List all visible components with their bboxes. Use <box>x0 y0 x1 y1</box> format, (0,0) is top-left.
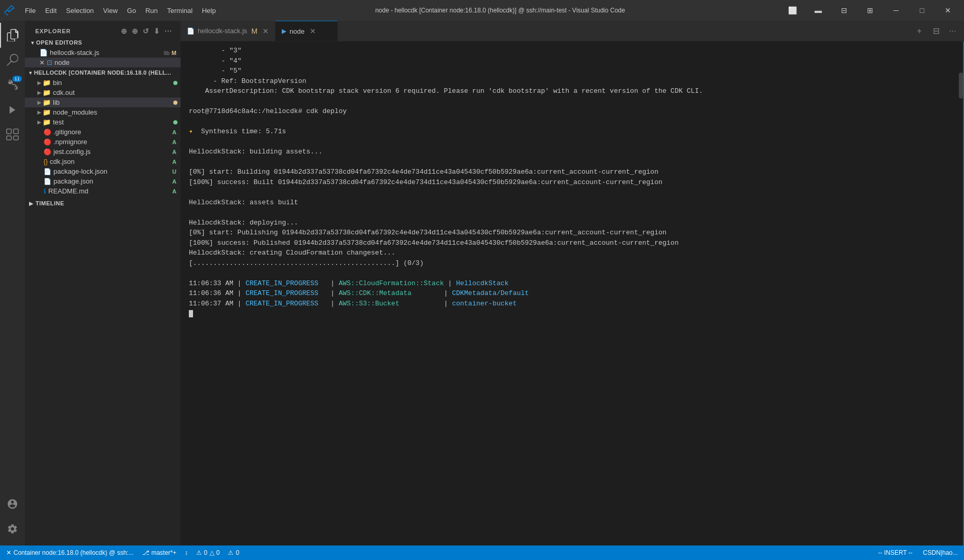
folder-lib[interactable]: ▶ 📁 lib <box>25 97 181 107</box>
tab-hellocdk-stack[interactable]: 📄 hellocdk-stack.js M ✕ <box>181 21 276 41</box>
timeline-section[interactable]: ▶ TIMELINE <box>25 198 181 208</box>
menu-bar: File Edit Selection View Go Run Terminal… <box>21 5 220 17</box>
more-options-icon[interactable]: ··· <box>164 27 172 35</box>
file-jest-config[interactable]: 🔴 jest.config.js A <box>25 147 181 157</box>
more-tabs-btn[interactable]: ··· <box>945 24 960 38</box>
activity-bar-bottom <box>0 492 25 545</box>
warning-icon: △ <box>210 549 214 556</box>
menu-go[interactable]: Go <box>123 5 140 17</box>
terminal-cursor-line <box>189 309 948 319</box>
file-package-lock[interactable]: 📄 package-lock.json U <box>25 166 181 176</box>
terminal-cfn-2: 11:06:36 AM | CREATE_IN_PROGRESS | AWS::… <box>189 288 948 299</box>
menu-terminal[interactable]: Terminal <box>163 5 197 17</box>
title-bar-controls: ⬜ ▬ ⊟ ⊞ ─ □ ✕ <box>780 0 960 21</box>
modified-badge: M <box>172 50 176 56</box>
jestconfig-badge: A <box>172 149 176 155</box>
file-package-json[interactable]: 📄 package.json A <box>25 176 181 186</box>
scrollbar-track[interactable] <box>957 41 964 545</box>
timeline-chevron: ▶ <box>29 201 34 206</box>
terminal-synthesis: ✦ Synthesis time: 5.71s <box>189 127 948 137</box>
menu-selection[interactable]: Selection <box>62 5 98 17</box>
split-editor-btn[interactable]: ⊟ <box>929 24 943 38</box>
remote-icon: ✕ <box>6 549 11 556</box>
terminal-line <box>189 268 948 278</box>
status-sync[interactable]: ↕ <box>183 549 190 556</box>
folder-test[interactable]: ▶ 📁 test <box>25 117 181 127</box>
tab-node[interactable]: ▶ node ✕ <box>276 21 338 41</box>
activity-item-accounts[interactable] <box>0 492 25 516</box>
jestconfig-icon: 🔴 <box>44 148 51 156</box>
layout-toggle-btn[interactable]: ⬜ <box>780 0 804 21</box>
status-csdn[interactable]: CSDN|hao... <box>921 549 960 556</box>
expand-icon: ▶ <box>37 119 42 125</box>
panel-btn[interactable]: ⊟ <box>832 0 856 21</box>
expand-icon: ▶ <box>37 90 42 95</box>
error-icon: ⚠ <box>196 549 202 556</box>
open-editors-section[interactable]: ▾ OPEN EDITORS <box>25 37 181 48</box>
folder-node-modules[interactable]: ▶ 📁 node_modules <box>25 107 181 117</box>
status-branch[interactable]: ⎇ master*+ <box>140 549 178 556</box>
expand-icon: ▶ <box>37 109 42 115</box>
modified-dot: M <box>251 27 257 35</box>
maximize-btn[interactable]: □ <box>910 0 934 21</box>
file-npmignore[interactable]: 🔴 .npmignore A <box>25 137 181 147</box>
split-editor-btn[interactable]: ▬ <box>806 0 830 21</box>
menu-edit[interactable]: Edit <box>41 5 61 17</box>
sidebar-section: ▾ OPEN EDITORS 📄 hellocdk-stack.js lib M… <box>25 37 181 545</box>
menu-help[interactable]: Help <box>198 5 220 17</box>
close-btn[interactable]: ✕ <box>936 0 960 21</box>
status-info[interactable]: ⚠ 0 <box>226 549 241 556</box>
editor-area: 📄 hellocdk-stack.js M ✕ ▶ node ✕ + ⊟ ···… <box>181 21 964 545</box>
packagelock-badge: U <box>172 169 176 175</box>
status-errors[interactable]: ⚠ 0 △ 0 <box>194 549 222 556</box>
file-cdk-json[interactable]: {} cdk.json A <box>25 157 181 166</box>
folder-bin[interactable]: ▶ 📁 bin <box>25 78 181 88</box>
window-title: node - hellocdk [Container node:16.18.0 … <box>220 7 780 14</box>
new-folder-icon[interactable]: ⊕ <box>132 27 139 35</box>
terminal-area[interactable]: - "3" - "4" - "5" - Ref: BootstrapVersio… <box>181 41 957 545</box>
new-tab-btn[interactable]: + <box>912 24 927 38</box>
folder-nodemodules-icon: 📁 <box>43 108 51 116</box>
close-node-icon[interactable]: ✕ <box>39 59 45 66</box>
menu-file[interactable]: File <box>21 5 40 17</box>
folder-cdk-out[interactable]: ▶ 📁 cdk.out <box>25 88 181 97</box>
status-bar-right: -- INSERT -- CSDN|hao... <box>876 549 960 556</box>
packagejson-badge: A <box>172 178 176 185</box>
source-control-badge: 11 <box>12 76 22 82</box>
tab-js-icon: 📄 <box>187 27 195 35</box>
activity-item-extensions[interactable] <box>0 122 25 147</box>
tab-close-hellocdk[interactable]: ✕ <box>263 27 269 35</box>
customize-layout-btn[interactable]: ⊞ <box>858 0 882 21</box>
status-remote[interactable]: ✕ Container node:16.18.0 (hellocdk) @ ss… <box>4 549 136 556</box>
collapse-icon[interactable]: ⬇ <box>154 27 160 35</box>
editor-content: - "3" - "4" - "5" - Ref: BootstrapVersio… <box>181 41 964 545</box>
menu-view[interactable]: View <box>99 5 122 17</box>
activity-item-source-control[interactable]: 11 <box>0 73 25 97</box>
title-bar: File Edit Selection View Go Run Terminal… <box>0 0 964 21</box>
refresh-icon[interactable]: ↺ <box>143 27 149 35</box>
activity-item-search[interactable] <box>0 48 25 73</box>
activity-item-explorer[interactable] <box>0 23 25 48</box>
terminal-line <box>189 187 948 198</box>
gitignore-badge: A <box>172 129 176 135</box>
terminal-cfn-1: 11:06:33 AM | CREATE_IN_PROGRESS | AWS::… <box>189 278 948 289</box>
minimize-btn[interactable]: ─ <box>884 0 908 21</box>
title-bar-left: File Edit Selection View Go Run Terminal… <box>4 5 220 17</box>
project-root-section[interactable]: ▾ HELLOCDK [CONTAINER NODE:16.18.0 (HELL… <box>25 67 181 78</box>
terminal-line <box>189 96 948 107</box>
activity-item-run-debug[interactable] <box>0 97 25 122</box>
tab-close-node[interactable]: ✕ <box>310 27 316 35</box>
menu-run[interactable]: Run <box>141 5 162 17</box>
open-editor-hellocdk-stack[interactable]: 📄 hellocdk-stack.js lib M <box>25 48 181 58</box>
activity-item-settings[interactable] <box>0 516 25 541</box>
file-readme[interactable]: ℹ README.md A <box>25 186 181 196</box>
tab-bar: 📄 hellocdk-stack.js M ✕ ▶ node ✕ + ⊟ ··· <box>181 21 964 41</box>
scrollbar-thumb <box>959 73 963 99</box>
new-file-icon[interactable]: ⊕ <box>121 27 128 35</box>
terminal-progress: [.......................................… <box>189 258 948 269</box>
status-bar: ✕ Container node:16.18.0 (hellocdk) @ ss… <box>0 545 964 560</box>
file-gitignore[interactable]: 🔴 .gitignore A <box>25 127 181 137</box>
open-editor-node[interactable]: ✕ ⊡ node <box>25 58 181 67</box>
packagelock-icon: 📄 <box>44 168 51 175</box>
terminal-line <box>189 137 948 147</box>
